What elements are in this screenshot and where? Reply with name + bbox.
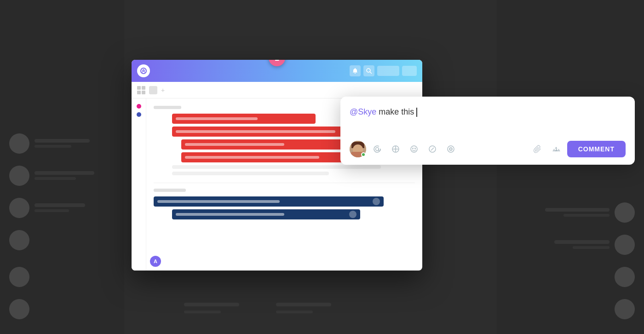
blue-bar-2 (172, 209, 360, 219)
svg-point-6 (413, 148, 414, 149)
bg-line-2 (34, 145, 71, 148)
svg-point-11 (449, 148, 452, 150)
assign-icon[interactable] (388, 142, 403, 156)
bg-avatar-3 (9, 198, 29, 218)
bg-avatar-r2 (615, 235, 635, 255)
bg-avatar-2 (9, 166, 29, 186)
bg-avatar-5 (9, 267, 29, 287)
bottom-avatar: A (150, 256, 161, 267)
bell-icon[interactable] (350, 65, 361, 76)
mention-icon[interactable] (370, 142, 385, 156)
commenter-avatar-container (350, 141, 366, 157)
grid-icon (137, 86, 145, 94)
bg-bottom-2 (184, 311, 221, 313)
bg-line-6 (34, 209, 69, 212)
bg-avatar-6 (9, 299, 29, 319)
blue-bar-toggle (373, 198, 380, 205)
emoji-icon[interactable] (407, 142, 421, 156)
sidebar-dot-pink (137, 104, 141, 109)
comment-popup: @Skye make this (340, 97, 635, 165)
svg-line-9 (431, 148, 434, 150)
bg-bottom-4 (276, 311, 313, 313)
search-icon[interactable] (363, 65, 374, 76)
bg-avatar-r4 (615, 299, 635, 319)
svg-line-2 (370, 72, 372, 74)
app-logo (137, 64, 150, 77)
bg-avatar-4 (9, 230, 29, 250)
menu-icon[interactable] (402, 66, 417, 76)
bg-line-r1 (545, 208, 610, 212)
svg-point-7 (415, 148, 416, 149)
app-header-right (350, 65, 417, 76)
add-icon[interactable]: + (161, 86, 165, 94)
app-sidebar (132, 98, 146, 271)
bg-bottom-3 (276, 303, 331, 306)
drive-icon[interactable] (549, 142, 564, 156)
app-screenshot-card: 1 + (132, 60, 422, 271)
blue-bar-toggle-2 (349, 211, 356, 218)
app-toolbar: + (132, 82, 422, 98)
sidebar-dot-blue (137, 112, 141, 117)
online-indicator (361, 152, 366, 157)
comment-body-text: make this (376, 107, 416, 116)
red-bar-1 (172, 114, 316, 124)
notification-badge[interactable]: 1 (269, 60, 285, 66)
blue-label-bar (154, 189, 186, 192)
bg-line-1 (34, 139, 90, 143)
bg-avatar-r3 (615, 267, 635, 287)
bg-line-r2 (564, 214, 610, 217)
avatar-a: A (150, 256, 161, 267)
comment-text-content[interactable]: @Skye make this (350, 106, 626, 133)
section-divider (154, 183, 415, 183)
attachment-icon[interactable] (530, 142, 545, 156)
gray-bar-2 (172, 172, 329, 175)
slash-icon[interactable] (425, 142, 440, 156)
app-header: 1 (132, 60, 422, 82)
bg-bottom-1 (184, 303, 239, 306)
blue-section-header (154, 189, 415, 192)
text-cursor (416, 108, 417, 117)
svg-point-5 (411, 146, 417, 152)
bg-line-5 (34, 203, 85, 207)
bg-avatar-r1 (615, 202, 635, 223)
blue-bar-1 (154, 196, 384, 207)
mention-text: @Skye (350, 107, 376, 116)
bg-line-r3 (554, 240, 610, 244)
comment-submit-button[interactable]: COMMENT (567, 141, 626, 157)
record-icon[interactable] (443, 142, 458, 156)
bg-line-4 (34, 177, 76, 180)
gray-bar-1 (172, 165, 381, 169)
comment-toolbar: COMMENT (350, 141, 626, 157)
bg-line-r4 (573, 246, 610, 249)
bg-line-3 (34, 171, 94, 175)
timer-display (377, 66, 399, 76)
view-icon (149, 86, 157, 94)
task-label-bar (154, 106, 181, 109)
svg-point-1 (367, 69, 370, 72)
bg-avatar-1 (9, 133, 29, 154)
